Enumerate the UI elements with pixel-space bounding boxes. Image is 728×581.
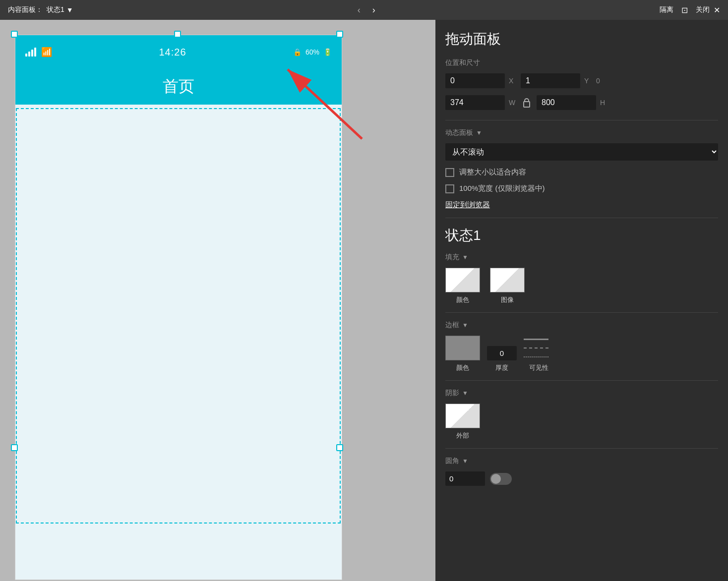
phone-screen: 📶 14:26 🔒 60% 🔋 首页 — [15, 35, 342, 580]
checkbox-100width[interactable] — [445, 184, 454, 193]
corner-section-header: 圆角 ▼ — [445, 457, 718, 465]
canvas-area: 📶 14:26 🔒 60% 🔋 首页 — [0, 20, 435, 581]
fill-color-label: 颜色 — [456, 295, 469, 304]
nav-next-button[interactable]: › — [370, 3, 377, 17]
right-panel: 拖动面板 位置和尺寸 X Y 0 W H 动态面板 ▼ — [435, 20, 728, 581]
content-panel-label: 内容面板： — [8, 5, 43, 14]
phone-container: 📶 14:26 🔒 60% 🔋 首页 — [15, 35, 342, 580]
top-bar-left: 内容面板： 状态1 ▼ — [8, 5, 73, 14]
position-size-label: 位置和尺寸 — [445, 58, 718, 67]
y-value-label: 0 — [596, 77, 604, 85]
corner-dropdown-arrow: ▼ — [462, 458, 468, 465]
y-label: Y — [584, 77, 592, 85]
border-label: 边框 — [445, 321, 459, 330]
fill-label: 填充 — [445, 253, 459, 262]
border-visibility-preview — [524, 336, 553, 360]
main-area: 📶 14:26 🔒 60% 🔋 首页 — [0, 20, 728, 581]
shadow-section-header: 阴影 ▼ — [445, 389, 718, 398]
signal-bar-1 — [25, 54, 27, 57]
top-bar-center: ‹ › — [356, 3, 377, 17]
drag-panel-title: 拖动面板 — [445, 30, 718, 49]
checkbox-fit-content-row: 调整大小以适合内容 — [445, 168, 718, 177]
nav-bar: 首页 — [15, 69, 342, 105]
dynamic-panel-arrow: ▼ — [476, 129, 482, 136]
corner-section: 圆角 ▼ — [445, 457, 718, 486]
scroll-dropdown[interactable]: 从不滚动 — [445, 143, 718, 161]
border-color-option[interactable]: 颜色 — [445, 336, 480, 372]
border-color-preview — [445, 336, 480, 360]
border-section: 边框 ▼ 颜色 厚度 可见性 — [445, 321, 718, 372]
status-right: 🔒 60% 🔋 — [293, 48, 332, 56]
shadow-dropdown-arrow: ▼ — [462, 390, 468, 397]
corner-label: 圆角 — [445, 457, 459, 465]
width-input[interactable] — [445, 95, 505, 110]
corner-input-row — [445, 471, 718, 486]
h-label: H — [600, 99, 608, 107]
lock-icon: 🔒 — [293, 48, 302, 56]
border-color-label: 颜色 — [456, 363, 469, 372]
shadow-label: 阴影 — [445, 389, 459, 398]
close-label: 关闭 — [696, 5, 710, 14]
isolate-button[interactable]: 隔离 — [660, 5, 673, 14]
divider-5 — [445, 448, 718, 449]
border-thickness-label: 厚度 — [495, 363, 508, 372]
fill-section-header: 填充 ▼ — [445, 253, 718, 262]
close-section: 关闭 ✕ — [696, 5, 720, 15]
divider-4 — [445, 380, 718, 381]
close-button[interactable]: ✕ — [714, 5, 720, 15]
border-visible-label: 可见性 — [529, 363, 548, 372]
state-dropdown-arrow: ▼ — [66, 6, 73, 14]
border-thickness-input[interactable] — [487, 346, 517, 360]
fill-color-preview — [445, 268, 480, 292]
fix-browser-link[interactable]: 固定到浏览器 — [445, 200, 718, 210]
fill-image-option[interactable]: 图像 — [490, 268, 525, 304]
wifi-icon: 📶 — [41, 47, 52, 58]
nav-title: 首页 — [163, 76, 194, 98]
shadow-outer-label: 外部 — [456, 431, 469, 440]
state-dropdown-value: 状态1 — [47, 5, 64, 14]
top-bar-right: 隔离 ⊡ 关闭 ✕ — [660, 5, 720, 15]
lock-proportions-button[interactable] — [521, 97, 533, 109]
fill-dropdown-arrow: ▼ — [462, 254, 468, 261]
signal-bar-3 — [31, 50, 33, 57]
border-visibility-option[interactable]: 可见性 — [524, 336, 553, 372]
shadow-options: 外部 — [445, 404, 718, 440]
status-left: 📶 — [25, 47, 52, 58]
nav-prev-button[interactable]: ‹ — [356, 3, 363, 17]
status-bar: 📶 14:26 🔒 60% 🔋 — [15, 35, 342, 69]
phone-content — [15, 105, 342, 571]
battery-icon: 🔋 — [323, 48, 332, 56]
signal-bar-2 — [28, 52, 30, 57]
shadow-outer-preview — [445, 404, 480, 428]
svg-rect-2 — [524, 102, 530, 107]
status-time: 14:26 — [159, 47, 186, 58]
dynamic-panel-label: 动态面板 — [445, 128, 473, 137]
divider-3 — [445, 312, 718, 313]
signal-bar-4 — [34, 48, 36, 57]
x-input[interactable] — [445, 73, 505, 88]
divider-2 — [445, 218, 718, 218]
shadow-section: 阴影 ▼ 外部 — [445, 389, 718, 440]
signal-bars — [25, 48, 36, 57]
fill-image-preview — [490, 268, 525, 292]
fill-color-option[interactable]: 颜色 — [445, 268, 480, 304]
corner-toggle[interactable] — [490, 473, 512, 485]
state-title: 状态1 — [445, 226, 718, 245]
border-dropdown-arrow: ▼ — [462, 322, 468, 329]
checkbox-fit-content-label: 调整大小以适合内容 — [459, 168, 526, 177]
shadow-outer-option[interactable]: 外部 — [445, 404, 480, 440]
screen-button[interactable]: ⊡ — [681, 5, 688, 15]
checkbox-100width-row: 100%宽度 (仅限浏览器中) — [445, 184, 718, 193]
size-row: W H — [445, 95, 718, 110]
fill-options: 颜色 图像 — [445, 268, 718, 304]
checkbox-100width-label: 100%宽度 (仅限浏览器中) — [459, 184, 545, 193]
corner-radius-input[interactable] — [445, 471, 485, 486]
border-thickness-group: 厚度 — [487, 346, 517, 372]
state-dropdown[interactable]: 状态1 ▼ — [47, 5, 73, 14]
height-input[interactable] — [537, 95, 596, 110]
checkbox-fit-content[interactable] — [445, 168, 454, 177]
y-input[interactable] — [521, 73, 580, 88]
divider-1 — [445, 120, 718, 120]
border-section-header: 边框 ▼ — [445, 321, 718, 330]
top-bar: 内容面板： 状态1 ▼ ‹ › 隔离 ⊡ 关闭 ✕ — [0, 0, 728, 20]
